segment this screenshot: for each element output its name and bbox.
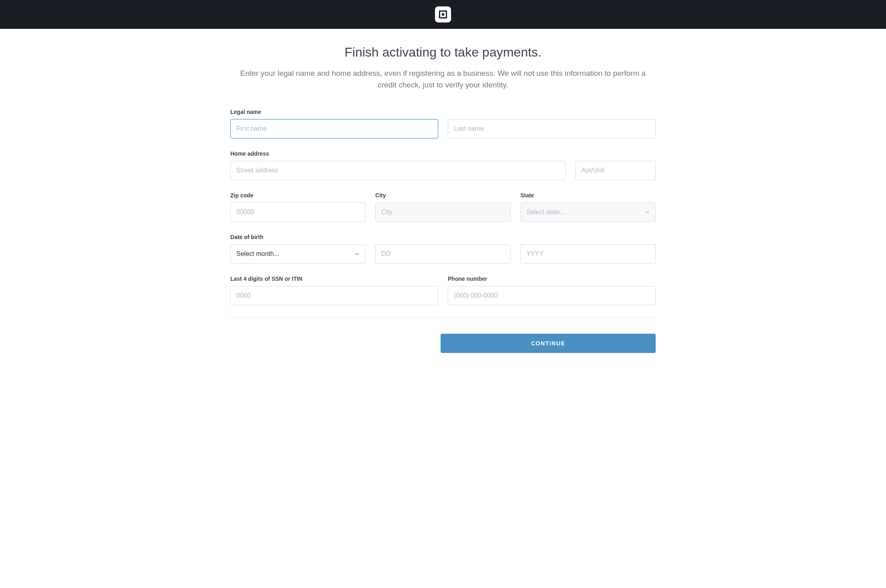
zip-input[interactable] <box>230 203 366 222</box>
form-divider <box>230 317 656 318</box>
chevron-down-icon <box>355 251 360 256</box>
state-label: State <box>520 192 656 199</box>
location-section: Zip code City State Select state... <box>230 192 656 222</box>
form-container: Finish activating to take payments. Ente… <box>222 29 664 369</box>
ssn-input[interactable] <box>230 286 438 305</box>
zip-label: Zip code <box>230 192 366 199</box>
app-header <box>0 0 886 29</box>
home-address-section: Home address <box>230 150 656 180</box>
apt-unit-input[interactable] <box>575 161 656 180</box>
legal-name-section: Legal name <box>230 109 656 138</box>
page-subtitle: Enter your legal name and home address, … <box>230 68 656 91</box>
home-address-label: Home address <box>230 150 656 157</box>
phone-label: Phone number <box>448 276 656 282</box>
dob-day-input[interactable] <box>375 244 510 264</box>
action-row: CONTINUE <box>230 334 656 353</box>
dob-year-input[interactable] <box>520 244 656 264</box>
ssn-label: Last 4 digits of SSN or ITIN <box>230 276 438 282</box>
last-name-input[interactable] <box>448 119 656 138</box>
dob-month-placeholder: Select month... <box>236 250 279 258</box>
dob-label: Date of birth <box>230 234 656 240</box>
dob-month-select[interactable]: Select month... <box>230 244 366 264</box>
phone-input[interactable] <box>448 286 656 305</box>
chevron-down-icon <box>645 210 650 215</box>
square-logo-icon <box>435 6 451 22</box>
ssn-phone-section: Last 4 digits of SSN or ITIN Phone numbe… <box>230 276 656 305</box>
continue-button[interactable]: CONTINUE <box>441 334 656 353</box>
state-select-placeholder: Select state... <box>526 209 565 216</box>
city-label: City <box>375 192 510 199</box>
city-input[interactable] <box>375 203 510 222</box>
state-select[interactable]: Select state... <box>520 203 656 222</box>
page-title: Finish activating to take payments. <box>230 45 656 60</box>
first-name-input[interactable] <box>230 119 438 138</box>
street-address-input[interactable] <box>230 161 566 180</box>
dob-section: Date of birth Select month... <box>230 234 656 264</box>
legal-name-label: Legal name <box>230 109 656 115</box>
